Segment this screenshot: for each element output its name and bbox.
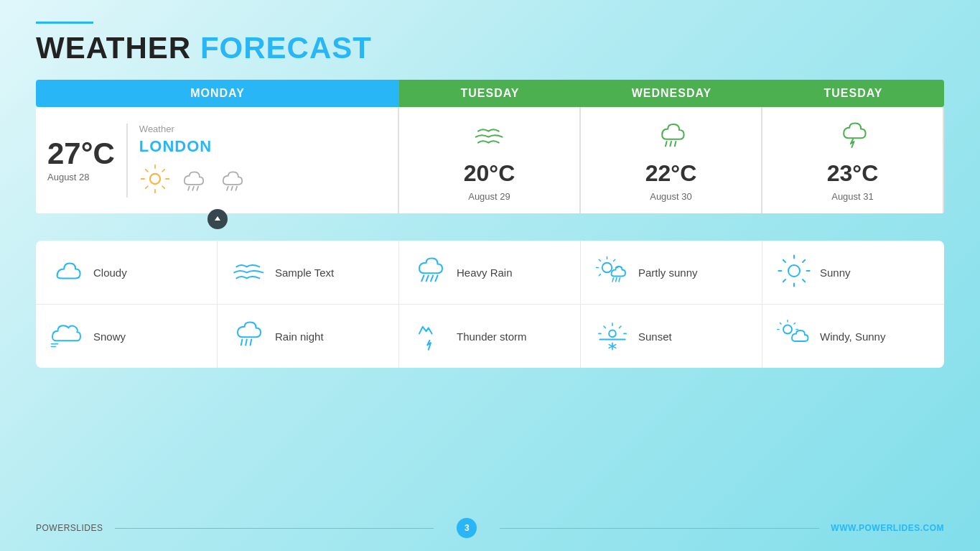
svg-line-22	[435, 275, 437, 281]
wednesday-date: August 30	[650, 191, 692, 202]
svg-line-25	[599, 259, 600, 261]
arrow-circle	[207, 209, 228, 229]
thunderstorm-icon	[414, 318, 448, 355]
windy-sunny-icon	[777, 318, 811, 355]
footer: POWERSLIDES 3 WWW.POWERLIDES.COM	[36, 518, 944, 538]
legend-partly-sunny: Partly sunny	[581, 241, 762, 305]
legend-sunny: Sunny	[762, 241, 944, 305]
sunset-label: Sunset	[638, 330, 672, 343]
cloud-icon	[50, 254, 85, 291]
svg-point-23	[602, 263, 612, 273]
legend-heavy-rain: Heavy Rain	[399, 241, 581, 305]
svg-point-47	[609, 330, 616, 338]
heavy-rain-icon	[414, 254, 448, 291]
tuesday2-card: 23°C August 31	[762, 107, 944, 213]
day-header-tuesday2: TUESDAY	[762, 80, 944, 107]
svg-line-20	[426, 275, 429, 281]
svg-point-57	[783, 325, 792, 334]
svg-line-45	[246, 339, 247, 345]
forecast-headers: MONDAY TUESDAY WEDNESDAY TUESDAY	[36, 80, 944, 107]
footer-brand-normal: SLIDES	[70, 523, 103, 533]
svg-line-44	[241, 339, 243, 345]
svg-line-41	[783, 279, 785, 282]
day-header-wednesday: WEDNESDAY	[581, 80, 762, 107]
forecast-section: MONDAY TUESDAY WEDNESDAY TUESDAY 27°C Au…	[36, 80, 944, 229]
svg-line-12	[227, 186, 228, 190]
svg-line-46	[251, 339, 252, 345]
svg-line-6	[162, 186, 164, 188]
forecast-cards: 27°C August 28 Weather LONDON	[36, 107, 944, 213]
monday-arrow	[36, 213, 399, 229]
tuesday-date: August 29	[468, 191, 510, 202]
page-title: WEATHER FORECAST	[36, 31, 944, 65]
svg-point-0	[150, 173, 160, 183]
svg-line-39	[803, 279, 805, 282]
svg-line-8	[146, 186, 148, 188]
heavy-rain-label: Heavy Rain	[457, 267, 513, 279]
svg-line-5	[146, 169, 148, 171]
svg-line-19	[421, 275, 424, 281]
title-weather: WEATHER	[36, 31, 191, 65]
footer-brand: POWERSLIDES	[36, 523, 103, 533]
windy-sunny-label: Windy, Sunny	[820, 330, 885, 343]
svg-line-9	[188, 186, 190, 190]
legend-sunset: Sunset	[581, 305, 762, 368]
monday-date: August 28	[47, 172, 115, 182]
svg-line-16	[670, 142, 671, 146]
svg-line-40	[803, 260, 805, 262]
rain-night-icon	[232, 318, 266, 355]
cloudy-label: Cloudy	[93, 267, 127, 279]
svg-line-17	[674, 142, 676, 146]
svg-line-28	[614, 259, 615, 261]
svg-line-7	[162, 169, 164, 171]
snowy-label: Snowy	[93, 330, 126, 343]
legend-section: Cloudy Sample Text	[36, 241, 944, 368]
svg-line-61	[794, 323, 795, 325]
header-accent-line	[36, 22, 93, 24]
wednesday-icon	[654, 119, 689, 156]
svg-line-13	[231, 186, 233, 190]
thunderstorm-label: Thunder storm	[457, 330, 527, 343]
svg-line-30	[612, 278, 614, 282]
footer-url: WWW.POWERLIDES.COM	[831, 523, 944, 533]
partly-sunny-label: Partly sunny	[638, 267, 698, 279]
svg-point-33	[788, 265, 800, 277]
svg-line-38	[783, 260, 785, 262]
rain-night-label: Rain night	[275, 330, 324, 343]
wind-icon	[232, 254, 266, 291]
city-name: LONDON	[139, 137, 212, 156]
page: WEATHER FORECAST MONDAY TUESDAY WEDNESDA…	[0, 0, 980, 551]
footer-page-number: 3	[457, 518, 477, 538]
footer-brand-bold: POWER	[36, 523, 70, 533]
legend-grid: Cloudy Sample Text	[36, 241, 944, 368]
sunny-label: Sunny	[820, 267, 851, 279]
monday-temp-block: 27°C August 28	[47, 139, 115, 182]
partly-sunny-icon	[595, 254, 630, 291]
wednesday-card: 22°C August 30	[581, 107, 762, 213]
title-forecast: FORECAST	[200, 31, 372, 65]
svg-line-10	[192, 186, 194, 190]
svg-line-31	[616, 278, 617, 282]
legend-rain-night: Rain night	[218, 305, 399, 368]
legend-thunderstorm: Thunder storm	[399, 305, 581, 368]
day-header-tuesday1: TUESDAY	[399, 80, 581, 107]
cloud-rain2-mini-icon	[217, 163, 248, 198]
tuesday-card: 20°C August 29	[399, 107, 581, 213]
footer-line-left	[115, 528, 434, 529]
legend-windy-sunny: Windy, Sunny	[762, 305, 944, 368]
svg-line-27	[599, 274, 600, 276]
footer-line-right	[500, 528, 819, 529]
svg-line-14	[235, 186, 237, 190]
sunny-icon	[777, 254, 811, 291]
tuesday2-date: August 31	[831, 191, 874, 202]
mini-icons	[139, 163, 248, 198]
snowy-icon	[50, 318, 85, 355]
weather-label: Weather	[139, 124, 174, 134]
cloud-rain-mini-icon	[178, 163, 210, 198]
tuesday-temp: 20°C	[464, 160, 515, 187]
svg-line-11	[197, 186, 198, 190]
tuesday2-icon	[836, 119, 870, 156]
svg-marker-18	[215, 216, 220, 221]
monday-card: 27°C August 28 Weather LONDON	[36, 107, 399, 213]
svg-line-21	[431, 275, 433, 281]
